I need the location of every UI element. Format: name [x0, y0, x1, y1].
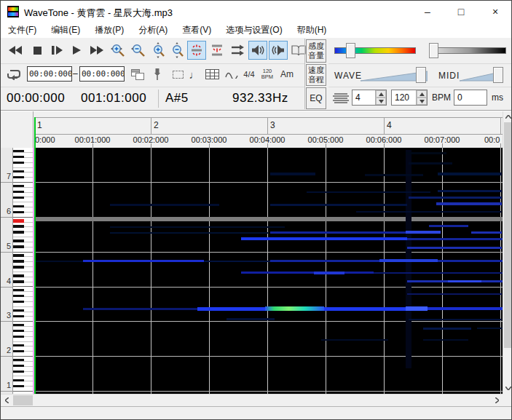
piano-black-key[interactable]: [13, 191, 24, 193]
note-input-button[interactable]: ♩: [189, 66, 200, 83]
spectral-segment: [34, 261, 83, 262]
beats-spinner-up[interactable]: [376, 90, 386, 98]
layout-windows-button[interactable]: [129, 66, 146, 83]
show-harmonics-toggle[interactable]: [208, 41, 227, 60]
zoom-out-vertical-button[interactable]: [168, 41, 186, 60]
horizontal-scroll-thumb[interactable]: [13, 395, 33, 405]
piano-black-key[interactable]: [13, 309, 24, 312]
loop-end-input[interactable]: 00:00:000: [79, 66, 125, 82]
tempo-spinner-down[interactable]: [417, 98, 427, 105]
scroll-up-button[interactable]: [503, 111, 512, 122]
sensitivity-slider-thumb[interactable]: [346, 43, 355, 58]
time-signature-button[interactable]: 4/4: [241, 66, 257, 83]
beats-per-bar-spinner[interactable]: 4: [352, 90, 387, 106]
piano-black-key[interactable]: [13, 260, 24, 262]
piano-black-key[interactable]: [13, 205, 24, 207]
tempo-spinner-up[interactable]: [417, 90, 427, 98]
piano-black-key[interactable]: [13, 185, 24, 187]
show-pitch-line-toggle[interactable]: [187, 41, 206, 60]
piano-black-key[interactable]: [13, 295, 24, 297]
piano-black-key[interactable]: [13, 330, 24, 332]
menu-analyze[interactable]: 分析(A): [131, 24, 175, 36]
vertical-scrollbar[interactable]: [503, 111, 512, 394]
piano-black-key[interactable]: [13, 176, 24, 178]
chord-button[interactable]: Am: [279, 66, 295, 83]
menu-options[interactable]: 选项与设置(O): [218, 24, 289, 36]
piano-black-key[interactable]: [13, 274, 24, 277]
piano-black-key[interactable]: [13, 280, 24, 282]
beats-spinner-down[interactable]: [376, 98, 386, 105]
scroll-follow-button[interactable]: [228, 41, 247, 60]
piano-black-key[interactable]: [13, 231, 24, 233]
piano-black-key[interactable]: [13, 344, 24, 346]
wave-audio-toggle[interactable]: [248, 41, 267, 60]
zoom-in-vertical-button[interactable]: [149, 41, 167, 60]
piano-black-key[interactable]: [13, 385, 24, 387]
menu-edit[interactable]: 编辑(E): [44, 24, 87, 36]
midi-audio-toggle[interactable]: [269, 41, 288, 60]
piano-black-key[interactable]: [13, 225, 24, 227]
note-list-button[interactable]: [203, 66, 221, 83]
piano-black-key[interactable]: [13, 379, 24, 381]
horizontal-scrollbar[interactable]: [1, 394, 503, 406]
wave-volume-thumb[interactable]: [416, 67, 426, 83]
pin-tool-button[interactable]: [151, 66, 164, 83]
close-button[interactable]: ×: [479, 1, 511, 23]
scroll-left-button[interactable]: [1, 395, 12, 406]
midi-volume-thumb[interactable]: [493, 67, 503, 83]
loop-button[interactable]: [5, 66, 23, 83]
piano-black-key[interactable]: [13, 211, 24, 213]
piano-black-key[interactable]: [13, 336, 24, 338]
piano-black-key[interactable]: [13, 301, 24, 303]
volume-floor-slider[interactable]: [432, 47, 506, 54]
tab-sensitivity-volume[interactable]: 感度 音量: [306, 39, 326, 63]
menu-file[interactable]: 文件(F): [1, 24, 44, 36]
highlighted-key-a-sharp-5[interactable]: [13, 219, 24, 223]
piano-keyboard[interactable]: [13, 148, 33, 394]
selection-tool-button[interactable]: [170, 66, 186, 83]
zoom-out-horizontal-button[interactable]: [129, 41, 148, 60]
piano-black-key[interactable]: [13, 239, 24, 242]
piano-black-key[interactable]: [13, 254, 24, 256]
piano-black-key[interactable]: [13, 156, 24, 158]
offset-input[interactable]: 0: [454, 90, 487, 106]
minimize-button[interactable]: –: [411, 1, 444, 23]
piano-black-key[interactable]: [13, 324, 24, 326]
octave-line: [13, 391, 33, 392]
timeline-ruler[interactable]: 12340:00000:01:00000:02:00000:03:00000:0…: [1, 111, 512, 148]
volume-floor-slider-thumb[interactable]: [429, 43, 438, 58]
piano-black-key[interactable]: [13, 359, 24, 361]
piano-black-key[interactable]: [13, 350, 24, 352]
spectrogram[interactable]: [34, 148, 503, 394]
piano-black-key[interactable]: [13, 266, 24, 268]
piano-black-key[interactable]: [13, 162, 24, 164]
piano-black-key[interactable]: [13, 150, 24, 152]
rewind-button[interactable]: [5, 41, 25, 60]
stop-button[interactable]: [28, 41, 46, 60]
scroll-down-button[interactable]: [503, 382, 512, 394]
fast-forward-button[interactable]: [87, 41, 107, 60]
tab-speed-pitch[interactable]: 速度 音程: [306, 64, 326, 86]
scroll-right-button[interactable]: [491, 395, 503, 406]
vertical-scroll-thumb[interactable]: [504, 122, 512, 348]
piano-black-key[interactable]: [13, 289, 24, 291]
piano-black-key[interactable]: [13, 371, 24, 373]
menu-help[interactable]: 帮助(H): [290, 24, 334, 36]
tempo-button[interactable]: 120BPM: [259, 66, 276, 83]
tab-eq[interactable]: EQ: [306, 87, 326, 109]
maximize-button[interactable]: □: [445, 1, 477, 23]
piano-black-key[interactable]: [13, 170, 24, 173]
loop-start-input[interactable]: 00:00:000: [27, 66, 72, 82]
tempo-spinner[interactable]: 120: [391, 90, 428, 106]
piano-black-key[interactable]: [13, 365, 24, 367]
menu-view[interactable]: 查看(V): [175, 24, 218, 36]
piano-black-key[interactable]: [13, 197, 24, 199]
waveform-view-button[interactable]: [224, 66, 240, 83]
pause-play-button[interactable]: [47, 41, 66, 60]
zoom-in-horizontal-button[interactable]: [109, 41, 127, 60]
piano-black-key[interactable]: [13, 245, 24, 247]
beat-gridline: [326, 148, 326, 394]
menu-play[interactable]: 播放(P): [87, 24, 131, 36]
play-button[interactable]: [68, 41, 85, 60]
piano-black-key[interactable]: [13, 315, 24, 317]
